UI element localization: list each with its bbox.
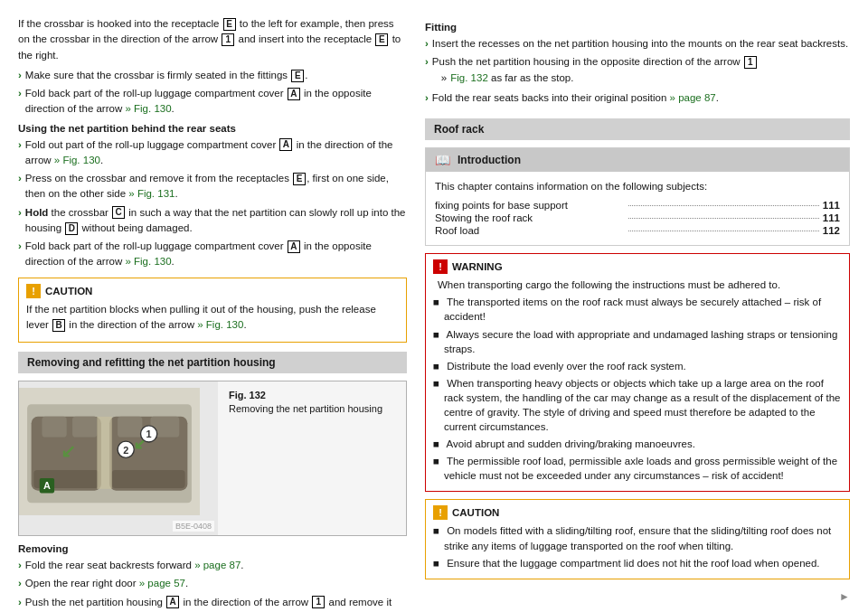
toc-dots xyxy=(628,231,818,231)
bullet-arrow: › xyxy=(18,576,22,591)
page-container: If the crossbar is hooked into the recep… xyxy=(0,0,868,612)
warning-bullet-marker: ■ xyxy=(433,437,439,451)
bullet-content: Make sure that the crossbar is firmly se… xyxy=(25,68,407,83)
link-fig130b[interactable]: » Fig. 130 xyxy=(54,155,100,165)
link-page87b[interactable]: » page 87 xyxy=(670,92,716,103)
svg-rect-5 xyxy=(112,470,185,488)
toc-page: 111 xyxy=(823,200,840,211)
toc-dots xyxy=(628,205,818,206)
watermark: B5E-0408 xyxy=(173,521,214,532)
warning-bullet: ■ Distribute the load evenly over the ro… xyxy=(433,359,842,373)
bullet-arrow: › xyxy=(425,90,429,106)
sub-bullet: » Fig. 132 as far as the stop. xyxy=(441,71,850,86)
bullet-item: › Fold the rear seats backs into their o… xyxy=(425,90,850,106)
right-column: Fitting › Insert the recesses on the net… xyxy=(425,16,850,612)
toc-line: Stowing the roof rack 111 xyxy=(435,212,840,223)
bullet-content: Open the rear right door » page 57. xyxy=(25,576,407,591)
svg-rect-6 xyxy=(42,417,66,438)
link-fig131[interactable]: » Fig. 131 xyxy=(128,188,175,199)
warning-label: WARNING xyxy=(452,261,503,272)
warning-bullet: ■ The transported items on the roof rack… xyxy=(433,295,842,324)
bullets-group-3: › Fold the rear seat backrests forward »… xyxy=(18,558,407,612)
bullet-item: › Fold back part of the roll-up luggage … xyxy=(18,239,407,270)
box-B: B xyxy=(52,319,65,332)
link-fig130c[interactable]: » Fig. 130 xyxy=(125,256,171,267)
intro-header-label: Introduction xyxy=(458,154,521,166)
bullet-arrow: › xyxy=(18,171,22,202)
box-1c: 1 xyxy=(744,56,757,69)
toc-label: Roof load xyxy=(435,225,625,236)
toc-line: fixing points for base support 111 xyxy=(435,200,840,211)
book-icon: 📖 xyxy=(435,153,450,167)
bullets-group-1: › Make sure that the crossbar is firmly … xyxy=(18,68,407,118)
toc-page: 112 xyxy=(823,225,840,236)
warning-bullet: ■ The permissible roof load, permissible… xyxy=(433,454,842,483)
warning-bullet-text: When transporting cargo the following th… xyxy=(438,278,780,292)
bullet-content: Fold back part of the roll-up luggage co… xyxy=(25,239,407,270)
bullet-arrow: › xyxy=(425,54,429,88)
caution2-bullet: ■ Ensure that the luggage compartment li… xyxy=(433,556,842,570)
fitting-bullets: › Insert the recesses on the net partiti… xyxy=(425,36,850,106)
bullet-content: Insert the recesses on the net partition… xyxy=(432,36,850,52)
box-E2: E xyxy=(375,33,388,46)
link-page57[interactable]: » page 57 xyxy=(139,578,185,588)
svg-text:↙: ↙ xyxy=(61,441,76,461)
warning-bullet-marker: ■ xyxy=(433,327,439,356)
caution2-bullet-text: On models fitted with a sliding/tilting … xyxy=(444,523,842,552)
bullet-item: › Push the net partition housing A in th… xyxy=(18,595,407,613)
bullet-arrow: › xyxy=(18,239,22,270)
box-E3: E xyxy=(291,70,304,82)
box-A1: A xyxy=(288,88,300,100)
warning-bullet-marker: ■ xyxy=(433,376,439,434)
caution2-bullet-marker: ■ xyxy=(433,523,439,552)
link-fig132b[interactable]: Fig. 132 xyxy=(450,72,488,83)
box-1b: 1 xyxy=(312,596,325,608)
section-banner-removing: Removing and refitting the net partition… xyxy=(18,352,407,373)
link-page87a[interactable]: » page 87 xyxy=(194,560,241,570)
left-column: If the crossbar is hooked into the recep… xyxy=(18,16,407,612)
caution-label-2: CAUTION xyxy=(452,507,499,518)
toc-page: 111 xyxy=(823,212,840,223)
warning-bullet-marker: ■ xyxy=(433,295,439,324)
svg-text:1: 1 xyxy=(146,429,152,440)
caution-text: If the net partition blocks when pulling… xyxy=(26,302,399,334)
svg-text:A: A xyxy=(43,480,51,491)
fitting-heading: Fitting xyxy=(425,22,850,33)
intro-paragraph: If the crossbar is hooked into the recep… xyxy=(18,16,407,63)
svg-text:2: 2 xyxy=(123,445,128,456)
bullet-arrow: › xyxy=(18,205,22,237)
warning-header: ! WARNING xyxy=(433,259,842,274)
warning-bullet-marker: ■ xyxy=(433,454,439,483)
bullets-group-2: › Fold out part of the roll-up luggage c… xyxy=(18,137,407,270)
box-E4: E xyxy=(293,173,306,185)
bullet-content: Fold the rear seat backrests forward » p… xyxy=(25,558,407,573)
svg-rect-7 xyxy=(72,417,97,438)
bullet-arrow: › xyxy=(18,68,22,83)
bullet-arrow: › xyxy=(18,558,22,573)
section-heading-using: Using the net partition behind the rear … xyxy=(18,123,407,134)
image-caption: Fig. 132 Removing the net partition hous… xyxy=(218,381,393,535)
box-A3: A xyxy=(288,240,300,253)
box-1a: 1 xyxy=(222,33,234,46)
bullet-content: Press on the crossbar and remove it from… xyxy=(25,171,407,202)
warning-bullet-marker: ■ xyxy=(433,359,439,373)
warning-bullet-text: Always secure the load with appropriate … xyxy=(444,327,842,356)
caution2-bullet-marker: ■ xyxy=(433,556,439,570)
intro-section: 📖 Introduction This chapter contains inf… xyxy=(425,147,850,246)
bullet-item: › Open the rear right door » page 57. xyxy=(18,576,407,591)
box-A4: A xyxy=(166,596,179,608)
warning-bullet-text: The permissible roof load, permissible a… xyxy=(444,454,842,483)
section-heading-removing: Removing xyxy=(18,543,407,554)
box-D: D xyxy=(65,222,78,235)
bullet-item: › Fold out part of the roll-up luggage c… xyxy=(18,137,407,169)
warning-bullet-text: When transporting heavy objects or objec… xyxy=(444,376,842,434)
caution2-bullets: ■ On models fitted with a sliding/tiltin… xyxy=(433,523,842,570)
caution-icon: ! xyxy=(26,284,41,298)
car-illustration: ↙ ↙ A 1 2 xyxy=(19,381,200,522)
link-fig130a[interactable]: » Fig. 130 xyxy=(125,103,171,114)
link-fig130d[interactable]: » Fig. 130 xyxy=(197,319,243,330)
box-A2: A xyxy=(279,138,292,151)
image-area: ↙ ↙ A 1 2 B5E-0408 xyxy=(19,381,406,535)
warning-bullet-text: The transported items on the roof rack m… xyxy=(444,295,842,324)
bullet-content: Fold out part of the roll-up luggage com… xyxy=(25,137,407,169)
